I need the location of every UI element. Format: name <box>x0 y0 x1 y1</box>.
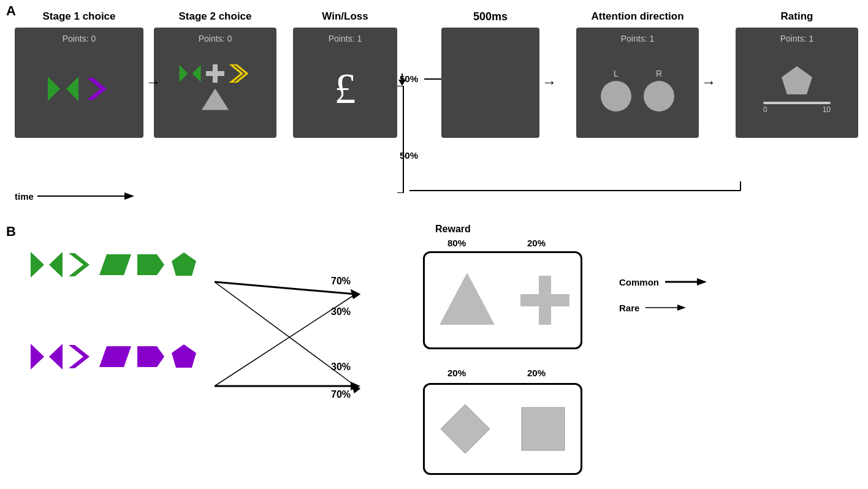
svg-marker-0 <box>48 77 60 101</box>
pct-70-bot: 70% <box>331 389 351 400</box>
svg-marker-29 <box>49 344 63 370</box>
right-circle <box>644 81 674 112</box>
green-bowtie-b1 <box>31 252 63 278</box>
gray-cross-top-box <box>520 276 569 325</box>
gray-square-bot-box <box>519 404 568 453</box>
green-shapes-row <box>31 251 197 278</box>
ms500-title: 500ms <box>473 10 508 23</box>
pct-30-top: 30% <box>331 306 351 317</box>
svg-rect-46 <box>522 408 565 450</box>
top-reward-box <box>423 251 582 349</box>
svg-rect-44 <box>520 294 569 306</box>
panel-attention: Attention direction Points: 1 L R <box>576 28 699 138</box>
reward-header: Reward <box>435 224 471 235</box>
left-circle <box>601 81 631 112</box>
attention-left-label: L <box>614 69 619 78</box>
panel-winloss: Win/Loss Points: 1 £ <box>293 28 397 138</box>
svg-marker-15 <box>398 80 406 86</box>
svg-rect-6 <box>206 71 224 76</box>
time-line <box>37 190 135 202</box>
svg-marker-21 <box>124 192 134 200</box>
svg-marker-30 <box>69 345 89 368</box>
yellow-chevron-s2 <box>229 64 251 83</box>
stage1-points: Points: 0 <box>63 34 96 44</box>
purple-chevron-b <box>69 345 93 368</box>
common-label: Common <box>619 277 659 287</box>
panel-stage2: Stage 2 choice Points: 0 <box>154 28 276 138</box>
svg-marker-8 <box>202 89 229 110</box>
svg-marker-25 <box>99 254 131 275</box>
bottom-reward-box <box>423 383 582 475</box>
svg-marker-45 <box>441 404 490 453</box>
stage2-points: Points: 0 <box>199 34 232 44</box>
top-box-right-pct: 20% <box>527 238 546 248</box>
svg-marker-33 <box>172 344 196 368</box>
svg-marker-2 <box>87 78 107 100</box>
section-a-label: A <box>6 3 16 19</box>
svg-marker-27 <box>172 252 196 276</box>
rare-legend: Rare <box>619 301 708 314</box>
rating-min: 0 <box>763 105 767 114</box>
svg-marker-23 <box>49 252 63 278</box>
svg-marker-3 <box>180 65 188 82</box>
attention-right-label: R <box>656 69 662 78</box>
svg-marker-24 <box>69 253 89 276</box>
section-b-label: B <box>6 224 16 240</box>
green-arrow-b <box>137 254 164 275</box>
green-chevron-b <box>69 253 93 276</box>
common-legend: Common <box>619 276 708 288</box>
svg-marker-28 <box>31 344 44 370</box>
section-b: B <box>6 221 858 484</box>
rare-arrow <box>645 301 688 314</box>
time-label: time <box>15 191 34 202</box>
common-arrow <box>665 276 708 288</box>
rare-label: Rare <box>619 303 639 313</box>
svg-marker-1 <box>66 77 78 101</box>
panel-500ms: 500ms <box>441 28 539 138</box>
wl-to-branch <box>397 74 407 86</box>
gray-diamond-bot-box <box>438 401 493 457</box>
panel-rating: Rating Points: 1 0 10 <box>736 28 858 138</box>
pound-sign: £ <box>335 64 356 113</box>
attention-points: Points: 1 <box>621 34 654 44</box>
purple-shapes-row <box>31 343 197 370</box>
bot-box-left-pct: 20% <box>447 368 466 378</box>
svg-marker-48 <box>697 278 707 286</box>
legend-area: Common Rare <box>619 276 708 314</box>
svg-marker-4 <box>192 65 201 82</box>
plus-icon <box>206 64 224 83</box>
svg-marker-31 <box>99 346 131 367</box>
purple-bowtie-b <box>31 344 63 370</box>
rating-title: Rating <box>781 10 813 23</box>
purple-arrow-b <box>137 346 164 367</box>
attention-title: Attention direction <box>591 10 683 23</box>
bottom-branch-arrow <box>409 181 753 200</box>
purple-chevron-s1 <box>87 78 110 100</box>
svg-marker-19 <box>782 66 812 94</box>
svg-marker-39 <box>351 289 360 299</box>
panel-stage1: Stage 1 choice Points: 0 <box>15 28 143 138</box>
purple-pentagon-b <box>170 343 197 370</box>
green-parallelogram-b1 <box>99 254 131 275</box>
green-pentagon-b <box>170 251 197 278</box>
stage1-title: Stage 1 choice <box>42 10 115 23</box>
gray-triangle-s2 <box>200 88 230 111</box>
flow-arrows-b <box>215 239 429 435</box>
rating-max: 10 <box>823 105 831 114</box>
arrow-s1-s2: → <box>146 74 161 91</box>
top-box-left-pct: 80% <box>447 238 466 248</box>
green-bowtie-s1 <box>48 77 78 101</box>
svg-marker-32 <box>137 346 164 367</box>
winloss-points: Points: 1 <box>329 34 362 44</box>
pct-30-bot: 30% <box>331 362 351 373</box>
time-arrow: time <box>15 190 135 202</box>
pct-70-top: 70% <box>331 276 351 287</box>
stage2-title: Stage 2 choice <box>178 10 251 23</box>
section-a: A Stage 1 choice Points: 0 Stage 2 choic… <box>6 6 858 214</box>
purple-parallelogram-b <box>99 346 131 367</box>
winloss-title: Win/Loss <box>322 10 368 23</box>
svg-marker-7 <box>230 64 247 83</box>
green-bowtie-s2 <box>179 65 201 82</box>
svg-marker-42 <box>440 273 495 325</box>
arrow-500-att: → <box>542 74 557 91</box>
